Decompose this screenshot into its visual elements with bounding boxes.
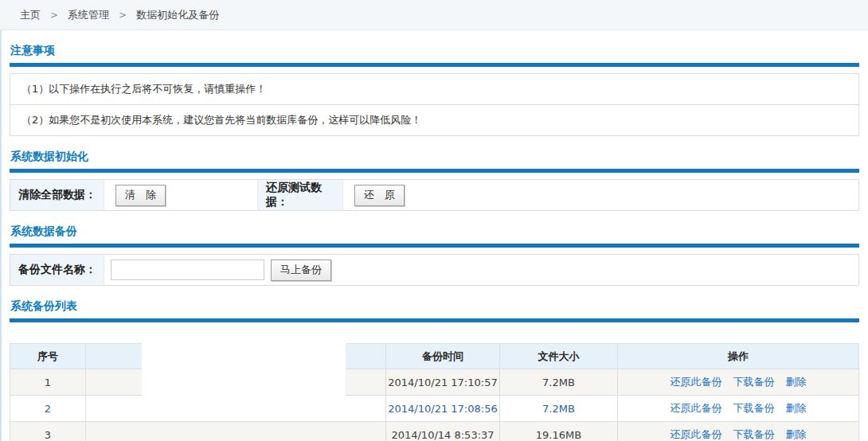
section-title-backup-list: 系统备份列表 bbox=[10, 286, 859, 318]
section-rule-init bbox=[10, 169, 859, 173]
column-header-time: 备份时间 bbox=[386, 344, 500, 369]
restore-button-cell: 还 原 bbox=[343, 180, 858, 210]
breadcrumb-separator-icon: > bbox=[119, 10, 127, 21]
row-index: 3 bbox=[10, 422, 86, 441]
section-title-backup: 系统数据备份 bbox=[10, 211, 859, 244]
notice-item: （1）以下操作在执行之后将不可恢复，请慎重操作！ bbox=[10, 73, 859, 105]
backup-form-row: 备份文件名称： 马上备份 bbox=[10, 254, 859, 286]
section-title-init: 系统数据初始化 bbox=[10, 136, 859, 169]
table-row: 3 2014/10/14 8:53:37 19.16MB 还原此备份下载备份删除 bbox=[10, 422, 859, 441]
section-title-notice: 注意事项 bbox=[10, 30, 859, 63]
redaction-overlay bbox=[142, 338, 346, 415]
backup-now-button[interactable]: 马上备份 bbox=[271, 260, 331, 281]
row-actions: 还原此备份下载备份删除 bbox=[618, 422, 859, 441]
row-file-size: 7.2MB bbox=[500, 396, 618, 422]
row-file-size: 19.16MB bbox=[500, 422, 618, 441]
restore-test-data-label: 还原测试数据： bbox=[257, 180, 343, 210]
init-actions-row: 清除全部数据： 清 除 还原测试数据： 还 原 bbox=[10, 179, 859, 211]
row-actions: 还原此备份下载备份删除 bbox=[618, 369, 859, 396]
clear-button[interactable]: 清 除 bbox=[115, 185, 166, 206]
main-content: 注意事项 （1）以下操作在执行之后将不可恢复，请慎重操作！ （2）如果您不是初次… bbox=[0, 30, 868, 441]
table-row: 2 2014/10/21 17:08:56 7.2MB 还原此备份下载备份删除 bbox=[10, 396, 859, 422]
row-actions: 还原此备份下载备份删除 bbox=[618, 396, 859, 422]
notice-item: （2）如果您不是初次使用本系统，建议您首先将当前数据库备份，这样可以降低风险！ bbox=[10, 105, 859, 136]
table-header-row: 序号 备份文件名 备份时间 文件大小 操作 bbox=[10, 344, 859, 369]
row-backup-time: 2014/10/21 17:08:56 bbox=[386, 396, 500, 422]
section-rule-backup bbox=[10, 244, 859, 248]
restore-backup-link[interactable]: 还原此备份 bbox=[671, 376, 722, 388]
row-filename bbox=[86, 422, 386, 441]
breadcrumb-system-management-link[interactable]: 系统管理 bbox=[68, 8, 109, 22]
backup-input-cell: 马上备份 bbox=[104, 255, 858, 285]
column-header-size: 文件大小 bbox=[500, 344, 618, 369]
backup-filename-label: 备份文件名称： bbox=[10, 255, 104, 285]
column-header-actions: 操作 bbox=[618, 344, 859, 369]
delete-backup-link[interactable]: 删除 bbox=[786, 428, 807, 440]
breadcrumb-current-page: 数据初始化及备份 bbox=[136, 8, 219, 22]
row-index: 2 bbox=[10, 396, 86, 422]
delete-backup-link[interactable]: 删除 bbox=[786, 402, 807, 414]
clear-button-cell: 清 除 bbox=[104, 180, 257, 210]
download-backup-link[interactable]: 下载备份 bbox=[733, 402, 775, 414]
column-header-index: 序号 bbox=[10, 344, 86, 369]
restore-button[interactable]: 还 原 bbox=[354, 185, 405, 206]
download-backup-link[interactable]: 下载备份 bbox=[733, 428, 775, 440]
download-backup-link[interactable]: 下载备份 bbox=[733, 376, 775, 388]
table-row: 1 2014/10/21 17:10:57 7.2MB 还原此备份下载备份删除 bbox=[10, 369, 859, 396]
breadcrumb-home-link[interactable]: 主页 bbox=[20, 8, 41, 22]
row-backup-time: 2014/10/14 8:53:37 bbox=[386, 422, 500, 441]
row-file-size: 7.2MB bbox=[500, 369, 618, 396]
breadcrumb-separator-icon: > bbox=[50, 10, 58, 21]
restore-backup-link[interactable]: 还原此备份 bbox=[671, 402, 722, 414]
section-rule-backup-list bbox=[10, 318, 859, 322]
backup-list-table: 序号 备份文件名 备份时间 文件大小 操作 1 2014/10/21 17:10… bbox=[10, 343, 859, 441]
row-backup-time: 2014/10/21 17:10:57 bbox=[386, 369, 500, 396]
clear-all-data-label: 清除全部数据： bbox=[10, 180, 104, 210]
section-rule-notice bbox=[10, 63, 859, 67]
restore-backup-link[interactable]: 还原此备份 bbox=[671, 428, 722, 440]
delete-backup-link[interactable]: 删除 bbox=[786, 376, 807, 388]
notice-list: （1）以下操作在执行之后将不可恢复，请慎重操作！ （2）如果您不是初次使用本系统… bbox=[10, 73, 859, 136]
row-index: 1 bbox=[10, 369, 86, 396]
breadcrumb: 主页 > 系统管理 > 数据初始化及备份 bbox=[0, 0, 868, 30]
backup-filename-input[interactable] bbox=[111, 260, 264, 280]
